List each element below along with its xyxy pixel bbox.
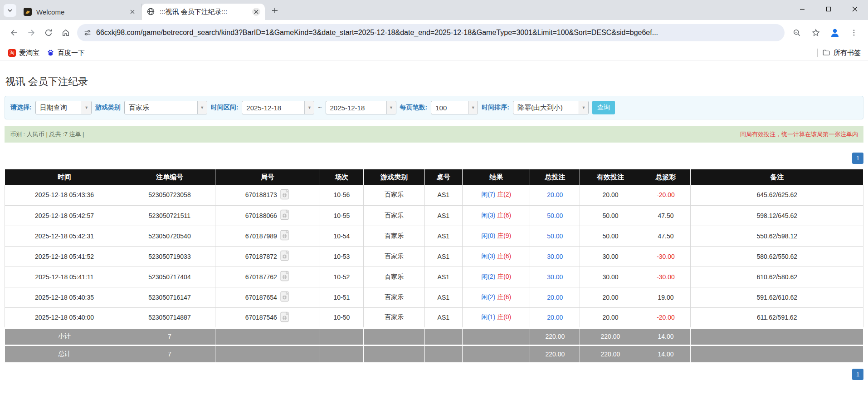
- new-tab-button[interactable]: [268, 4, 281, 17]
- chevron-down-icon[interactable]: ▼: [82, 101, 91, 114]
- close-button[interactable]: [842, 0, 868, 18]
- cell-table-number: AS1: [424, 267, 462, 287]
- cell-round-number: 670187546: [245, 314, 277, 321]
- profile-avatar[interactable]: [826, 24, 844, 41]
- summary-bar: 币别 : 人民币 | 总共 :7 注单 | 同局有效投注，统一计算在该局第一张注…: [5, 126, 863, 143]
- all-bookmarks-button[interactable]: 所有书签: [822, 49, 863, 57]
- query-type-select[interactable]: 日期查询 ▼: [35, 101, 92, 114]
- cell-session: 10-56: [320, 185, 364, 205]
- cell-valid-bet: 30.00: [580, 267, 641, 287]
- tab-close-icon[interactable]: [128, 8, 137, 16]
- total-total-bet: 220.00: [530, 345, 580, 362]
- result-player: 闲(3): [481, 212, 495, 219]
- column-header: 有效投注: [580, 169, 641, 185]
- result-player: 闲(0): [481, 232, 495, 239]
- cell-valid-bet: 20.00: [580, 185, 641, 205]
- sort-select[interactable]: 降幂(由大到小) ▼: [513, 101, 589, 114]
- bookmark-label: 百度一下: [58, 49, 85, 57]
- video-record-icon[interactable]: [280, 311, 290, 324]
- cell-payout: 47.50: [641, 205, 691, 226]
- cell-game-type: 百家乐: [364, 205, 424, 226]
- cell-bet-id: 523050720540: [124, 226, 215, 246]
- cell-round-number: 670187989: [245, 232, 277, 240]
- cell-game-type: 百家乐: [364, 287, 424, 307]
- date-start-value: 2025-12-18: [242, 101, 304, 114]
- cell-round-number: 670187654: [245, 294, 277, 301]
- minimize-button[interactable]: [789, 0, 815, 18]
- bookmarks-separator: [817, 49, 818, 57]
- plus-icon: [272, 7, 278, 14]
- result-player: 闲(2): [481, 293, 495, 301]
- cell-result: 闲(0) 庄(9): [462, 226, 530, 246]
- taobao-icon: 淘: [8, 49, 16, 57]
- column-header: 局号: [215, 169, 320, 185]
- cell-payout: -20.00: [641, 185, 691, 205]
- per-page-select[interactable]: 100 ▼: [431, 101, 478, 114]
- cell-result: 闲(3) 庄(6): [462, 205, 530, 226]
- cell-session: 10-55: [320, 205, 364, 226]
- cell-session: 10-51: [320, 287, 364, 307]
- forward-button[interactable]: [23, 24, 40, 41]
- cell-result: 闲(2) 庄(0): [462, 267, 530, 287]
- chevron-down-icon[interactable]: ▼: [386, 101, 396, 114]
- date-range-label: 时间区间:: [211, 104, 239, 112]
- date-range-tilde: ~: [318, 104, 322, 111]
- date-start-select[interactable]: 2025-12-18 ▼: [242, 101, 314, 114]
- chevron-down-icon[interactable]: ▼: [579, 101, 588, 114]
- page-1-button[interactable]: 1: [852, 369, 863, 380]
- cell-table-number: AS1: [424, 246, 462, 267]
- chevron-down-icon[interactable]: ▼: [468, 101, 478, 114]
- chevron-down-icon[interactable]: ▼: [304, 101, 314, 114]
- site-settings-icon[interactable]: [83, 29, 92, 37]
- zoom-out-indicator-icon[interactable]: [788, 24, 805, 41]
- bookmark-aitaobao[interactable]: 淘 爱淘宝: [5, 47, 43, 59]
- cell-valid-bet: 50.00: [580, 226, 641, 246]
- cell-round-number: 670187872: [245, 253, 277, 260]
- cell-valid-bet: 30.00: [580, 246, 641, 267]
- home-button[interactable]: [57, 24, 74, 41]
- video-record-icon[interactable]: [280, 230, 290, 242]
- tab-welcome[interactable]: Welcome: [18, 4, 141, 20]
- bookmark-star-icon[interactable]: [807, 24, 824, 41]
- per-page-label: 每页笔数:: [400, 104, 428, 112]
- tab-close-icon[interactable]: [252, 8, 260, 16]
- page-1-button[interactable]: 1: [852, 153, 863, 164]
- subtotal-payout: 14.00: [641, 328, 691, 345]
- date-end-select[interactable]: 2025-12-18 ▼: [326, 101, 396, 114]
- cell-game-type: 百家乐: [364, 226, 424, 246]
- cell-total-bet: 20.00: [530, 287, 580, 307]
- url-text[interactable]: 66cxkj98.com/game/betrecord_search/kind3…: [96, 29, 778, 37]
- tab-list-chevron-button[interactable]: [4, 4, 16, 17]
- cell-note: 598.12/645.62: [691, 205, 863, 226]
- bet-record-row: 2025-12-18 05:42:57523050721511670188066…: [5, 205, 863, 226]
- chevron-down-icon[interactable]: ▼: [197, 101, 207, 114]
- query-type-value: 日期查询: [36, 101, 82, 114]
- video-record-icon[interactable]: [280, 271, 290, 283]
- tab-strip: Welcome :::视讯 会员下注纪录:::: [0, 0, 868, 20]
- result-banker: 庄(9): [497, 232, 511, 239]
- video-record-icon[interactable]: [280, 250, 290, 262]
- back-button[interactable]: [5, 24, 23, 41]
- video-record-icon[interactable]: [280, 189, 290, 201]
- cell-game-type: 百家乐: [364, 246, 424, 267]
- video-record-icon[interactable]: [280, 291, 290, 303]
- cell-bet-id: 523050717404: [124, 267, 215, 287]
- cell-round: 670187654: [215, 287, 320, 307]
- game-type-select[interactable]: 百家乐 ▼: [124, 101, 207, 114]
- bookmarks-bar: 淘 爱淘宝 百度一下 所有书签: [0, 45, 868, 60]
- video-record-icon[interactable]: [280, 209, 290, 222]
- cell-total-bet: 50.00: [530, 226, 580, 246]
- cell-session: 10-54: [320, 226, 364, 246]
- maximize-button[interactable]: [815, 0, 842, 18]
- table-header-row: 时间注单编号局号场次游戏类别桌号结果总投注有效投注总派彩备注: [5, 169, 863, 185]
- reload-button[interactable]: [40, 24, 57, 41]
- cell-note: 645.62/625.62: [691, 185, 863, 205]
- currency-total-text: 币别 : 人民币 | 总共 :7 注单 |: [10, 130, 84, 138]
- bookmark-baidu[interactable]: 百度一下: [43, 47, 88, 59]
- tab-betrecord-active[interactable]: :::视讯 会员下注纪录:::: [141, 4, 265, 20]
- result-banker: 庄(0): [497, 273, 511, 280]
- bet-record-row: 2025-12-18 05:40:00523050714887670187546…: [5, 307, 863, 328]
- search-button[interactable]: 查询: [592, 101, 615, 114]
- url-bar[interactable]: 66cxkj98.com/game/betrecord_search/kind3…: [77, 24, 785, 41]
- browser-menu-icon[interactable]: [845, 24, 863, 41]
